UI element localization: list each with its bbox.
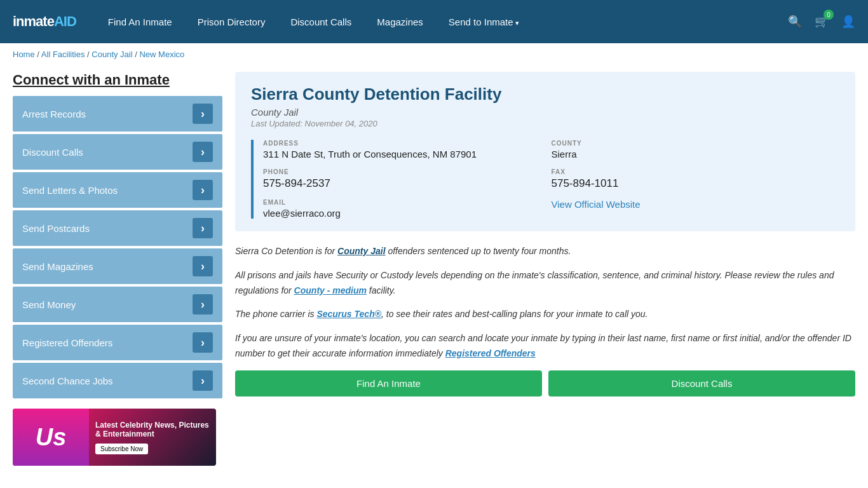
- arrow-icon: ›: [193, 104, 213, 124]
- nav-magazines[interactable]: Magazines: [377, 17, 423, 27]
- fax-item: FAX 575-894-1011: [552, 168, 840, 190]
- county-value: Sierra: [552, 149, 840, 159]
- securus-link[interactable]: Securus Tech®: [316, 309, 381, 319]
- main-nav: Find An Inmate Prison Directory Discount…: [108, 17, 769, 27]
- ad-subscribe-button[interactable]: Subscribe Now: [95, 444, 148, 454]
- desc-p1: Sierra Co Detention is for County Jail o…: [235, 244, 855, 259]
- address-item: ADDRESS 311 N Date St, Truth or Conseque…: [263, 140, 552, 159]
- desc-p3: The phone carrier is Securus Tech®, to s…: [235, 307, 855, 322]
- main-content: Sierra County Detention Facility County …: [235, 72, 855, 466]
- sidebar-item-arrest-records[interactable]: Arrest Records ›: [13, 96, 222, 132]
- phone-item: PHONE 575-894-2537: [263, 168, 552, 190]
- nav-find-inmate[interactable]: Find An Inmate: [108, 17, 172, 27]
- breadcrumb-all-facilities[interactable]: All Facilities: [41, 50, 85, 59]
- ad-content: Latest Celebrity News, Pictures & Entert…: [89, 416, 216, 459]
- facility-name: Sierra County Detention Facility: [251, 85, 839, 104]
- discount-calls-button[interactable]: Discount Calls: [548, 370, 855, 396]
- nav-discount-calls[interactable]: Discount Calls: [290, 17, 351, 27]
- email-item: EMAIL vlee@sierraco.org: [263, 199, 552, 219]
- facility-details: ADDRESS 311 N Date St, Truth or Conseque…: [251, 140, 839, 219]
- cart-icon[interactable]: 🛒 0: [815, 15, 829, 29]
- address-value: 311 N Date St, Truth or Consequences, NM…: [263, 149, 552, 159]
- sidebar-menu: Arrest Records › Discount Calls › Send L…: [13, 96, 222, 398]
- logo[interactable]: inmateAID: [13, 13, 76, 30]
- arrow-icon: ›: [193, 142, 213, 162]
- desc-p2: All prisons and jails have Security or C…: [235, 268, 855, 299]
- sidebar-item-send-postcards[interactable]: Send Postcards ›: [13, 210, 222, 246]
- bottom-buttons: Find An Inmate Discount Calls: [235, 370, 855, 396]
- sidebar-item-registered-offenders[interactable]: Registered Offenders ›: [13, 325, 222, 360]
- header: inmateAID Find An Inmate Prison Director…: [0, 0, 868, 43]
- breadcrumb-county-jail[interactable]: County Jail: [92, 50, 132, 59]
- sidebar-item-send-magazines[interactable]: Send Magazines ›: [13, 248, 222, 284]
- website-link[interactable]: View Official Website: [552, 199, 641, 210]
- ad-banner[interactable]: Us Latest Celebrity News, Pictures & Ent…: [13, 409, 216, 466]
- fax-value: 575-894-1011: [552, 177, 840, 190]
- nav-send-to-inmate[interactable]: Send to Inmate: [449, 17, 519, 27]
- detail-col-right: COUNTY Sierra FAX 575-894-1011 View Offi…: [552, 140, 840, 219]
- find-inmate-button[interactable]: Find An Inmate: [235, 370, 542, 396]
- detail-col-left: ADDRESS 311 N Date St, Truth or Conseque…: [263, 140, 552, 219]
- facility-updated: Last Updated: November 04, 2020: [251, 119, 839, 128]
- sidebar-item-second-chance-jobs[interactable]: Second Chance Jobs ›: [13, 363, 222, 398]
- user-icon[interactable]: 👤: [841, 15, 855, 29]
- search-icon[interactable]: 🔍: [788, 15, 802, 29]
- registered-offenders-link[interactable]: Registered Offenders: [445, 348, 536, 358]
- facility-type: County Jail: [251, 107, 839, 118]
- arrow-icon: ›: [193, 332, 213, 353]
- cart-badge: 0: [824, 10, 834, 20]
- phone-value: 575-894-2537: [263, 177, 552, 190]
- sidebar-item-send-money[interactable]: Send Money ›: [13, 287, 222, 322]
- breadcrumb: Home / All Facilities / County Jail / Ne…: [0, 43, 868, 65]
- breadcrumb-home[interactable]: Home: [13, 50, 35, 59]
- sidebar: Connect with an Inmate Arrest Records › …: [13, 72, 222, 466]
- nav-prison-directory[interactable]: Prison Directory: [198, 17, 266, 27]
- description: Sierra Co Detention is for County Jail o…: [235, 244, 855, 362]
- sidebar-item-send-letters[interactable]: Send Letters & Photos ›: [13, 172, 222, 208]
- arrow-icon: ›: [193, 218, 213, 238]
- arrow-icon: ›: [193, 256, 213, 276]
- county-medium-link[interactable]: County - medium: [294, 285, 367, 295]
- arrow-icon: ›: [193, 180, 213, 200]
- main-layout: Connect with an Inmate Arrest Records › …: [0, 65, 868, 478]
- breadcrumb-new-mexico[interactable]: New Mexico: [139, 50, 184, 59]
- arrow-icon: ›: [193, 294, 213, 315]
- county-jail-link[interactable]: County Jail: [337, 246, 385, 256]
- sidebar-item-discount-calls[interactable]: Discount Calls ›: [13, 134, 222, 170]
- ad-logo: Us: [13, 409, 89, 466]
- header-icons: 🔍 🛒 0 👤: [788, 15, 855, 29]
- county-item: COUNTY Sierra: [552, 140, 840, 159]
- facility-card: Sierra County Detention Facility County …: [235, 72, 855, 231]
- sidebar-title: Connect with an Inmate: [13, 72, 222, 88]
- arrow-icon: ›: [193, 370, 213, 391]
- email-value: vlee@sierraco.org: [263, 208, 552, 219]
- website-item: View Official Website: [552, 199, 840, 210]
- desc-p4: If you are unsure of your inmate's locat…: [235, 331, 855, 362]
